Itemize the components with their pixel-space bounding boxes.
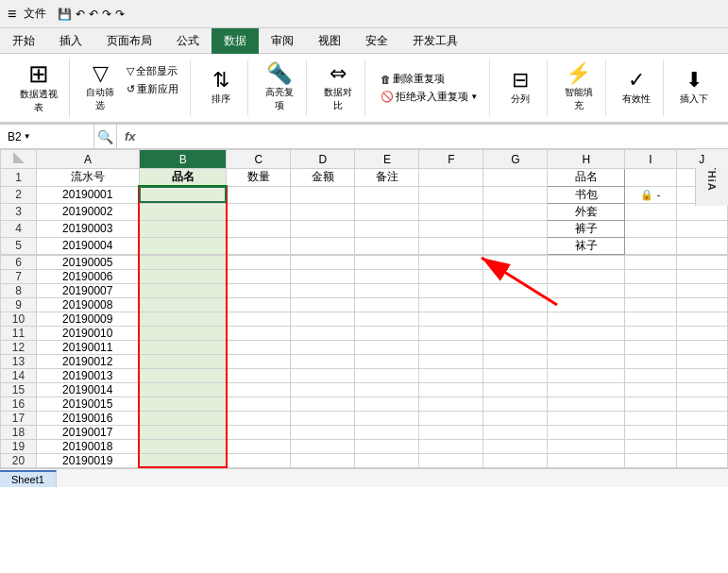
- cell-c19[interactable]: [227, 439, 291, 453]
- sort-button[interactable]: ⇅ 排序: [202, 68, 240, 108]
- toolbar-icon-3[interactable]: ↶: [89, 8, 98, 21]
- cell-e19[interactable]: [355, 439, 419, 453]
- cell-d18[interactable]: [291, 425, 355, 439]
- cell-ref-dropdown[interactable]: ▼: [24, 132, 31, 141]
- cell-i7[interactable]: [625, 269, 676, 283]
- cell-d9[interactable]: [291, 297, 355, 312]
- cell-b19[interactable]: [139, 439, 227, 453]
- cell-f5[interactable]: [419, 237, 483, 254]
- validity-button[interactable]: ✓ 有效性: [618, 68, 655, 108]
- cell-b8[interactable]: [139, 283, 227, 297]
- tab-start[interactable]: 开始: [0, 28, 47, 53]
- cell-f16[interactable]: [419, 396, 483, 411]
- cell-g7[interactable]: [483, 269, 548, 283]
- cell-b4[interactable]: [139, 220, 227, 237]
- cell-h17[interactable]: [548, 411, 625, 425]
- cell-g5[interactable]: [483, 237, 548, 254]
- cell-d11[interactable]: [291, 326, 355, 340]
- col-header-j[interactable]: J: [676, 150, 727, 169]
- cell-i17[interactable]: [625, 411, 676, 425]
- cell-h12[interactable]: [548, 340, 625, 354]
- cell-a16[interactable]: 20190015: [37, 396, 140, 411]
- cell-a8[interactable]: 20190007: [37, 283, 140, 297]
- cell-g4[interactable]: [483, 220, 548, 237]
- cell-d7[interactable]: [291, 269, 355, 283]
- tab-data[interactable]: 数据: [212, 28, 259, 54]
- cell-g2[interactable]: [483, 186, 548, 203]
- cell-h15[interactable]: [548, 382, 625, 396]
- cell-d1[interactable]: 金额: [291, 169, 355, 187]
- split-button[interactable]: ⊟ 分列: [501, 68, 539, 108]
- cell-c1[interactable]: 数量: [227, 169, 291, 187]
- cell-h9[interactable]: [548, 297, 625, 312]
- cell-d5[interactable]: [291, 237, 355, 254]
- cell-b20[interactable]: [139, 453, 227, 467]
- cell-c11[interactable]: [227, 326, 291, 340]
- cell-e2[interactable]: [355, 186, 419, 203]
- cell-c12[interactable]: [227, 340, 291, 354]
- cell-i8[interactable]: [625, 283, 676, 297]
- cell-j9[interactable]: [676, 297, 727, 312]
- cell-b13[interactable]: [139, 354, 227, 368]
- cell-f1[interactable]: [419, 169, 483, 187]
- cell-e20[interactable]: [355, 453, 419, 467]
- cell-a3[interactable]: 20190002: [37, 203, 140, 220]
- cell-e10[interactable]: [355, 312, 419, 326]
- select-all-icon[interactable]: [13, 152, 25, 163]
- cell-d3[interactable]: [291, 203, 355, 220]
- cell-e1[interactable]: 备注: [355, 169, 419, 187]
- compare-button[interactable]: ⇔ 数据对比: [318, 61, 357, 114]
- cell-h8[interactable]: [548, 283, 625, 297]
- cell-c20[interactable]: [227, 453, 291, 467]
- cell-a14[interactable]: 20190013: [37, 368, 140, 382]
- cell-f19[interactable]: [419, 439, 483, 453]
- toolbar-icon-1[interactable]: 💾: [58, 8, 72, 21]
- cell-d19[interactable]: [291, 439, 355, 453]
- cell-j14[interactable]: [676, 368, 727, 382]
- cell-g8[interactable]: [483, 283, 548, 297]
- cell-f10[interactable]: [419, 312, 483, 326]
- cell-b1[interactable]: 品名: [139, 169, 227, 187]
- tab-security[interactable]: 安全: [353, 28, 400, 53]
- cell-b10[interactable]: [139, 312, 227, 326]
- cell-ref-box[interactable]: B2 ▼: [0, 125, 94, 148]
- cell-j5[interactable]: [676, 237, 727, 254]
- cell-b6[interactable]: [139, 255, 227, 269]
- cell-b15[interactable]: [139, 382, 227, 396]
- cell-e6[interactable]: [355, 255, 419, 269]
- cell-g17[interactable]: [483, 411, 548, 425]
- cell-f7[interactable]: [419, 269, 483, 283]
- cell-d15[interactable]: [291, 382, 355, 396]
- cell-e15[interactable]: [355, 382, 419, 396]
- insert-down-button[interactable]: ⬇ 插入下: [675, 68, 713, 108]
- col-header-f[interactable]: F: [419, 150, 483, 169]
- tab-developer[interactable]: 开发工具: [400, 28, 470, 53]
- cell-h11[interactable]: [548, 326, 625, 340]
- cell-c7[interactable]: [227, 269, 291, 283]
- cell-d17[interactable]: [291, 411, 355, 425]
- cell-i1[interactable]: [625, 169, 676, 187]
- cell-i14[interactable]: [625, 368, 676, 382]
- col-header-a[interactable]: A: [37, 150, 140, 169]
- cell-g10[interactable]: [483, 312, 548, 326]
- cell-b17[interactable]: [139, 411, 227, 425]
- cell-i5[interactable]: [625, 237, 676, 254]
- cell-c5[interactable]: [227, 237, 291, 254]
- tab-review[interactable]: 审阅: [259, 28, 306, 53]
- cell-a17[interactable]: 20190016: [37, 411, 140, 425]
- cell-b11[interactable]: [139, 326, 227, 340]
- cell-f2[interactable]: [419, 186, 483, 203]
- cell-i16[interactable]: [625, 396, 676, 411]
- cell-f18[interactable]: [419, 425, 483, 439]
- cell-f3[interactable]: [419, 203, 483, 220]
- cell-j12[interactable]: [676, 340, 727, 354]
- pivot-table-button[interactable]: ⊞ 数据透视表: [15, 59, 61, 116]
- cell-j20[interactable]: [676, 453, 727, 467]
- cell-a15[interactable]: 20190014: [37, 382, 140, 396]
- tab-insert[interactable]: 插入: [47, 28, 94, 53]
- cell-e3[interactable]: [355, 203, 419, 220]
- cell-i3[interactable]: [625, 203, 676, 220]
- col-header-i[interactable]: I: [625, 150, 676, 169]
- cell-j13[interactable]: [676, 354, 727, 368]
- auto-filter-button[interactable]: ▽ 自动筛选: [81, 61, 119, 114]
